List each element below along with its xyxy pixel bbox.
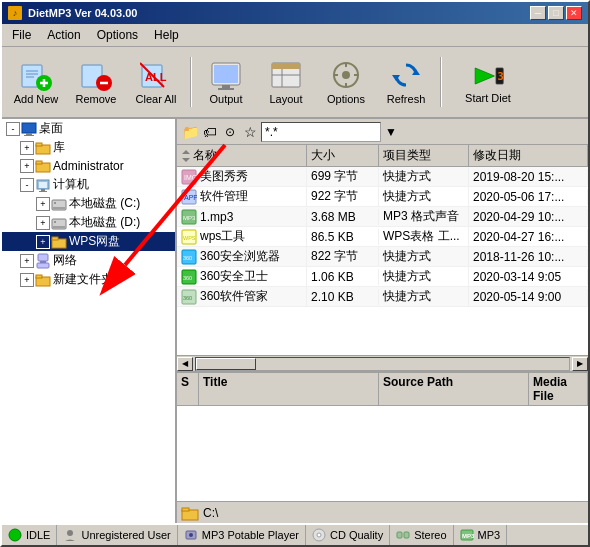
file-row[interactable]: IMG 美图秀秀 699 字节 快捷方式 2019-08-20 15:...	[177, 167, 588, 187]
options-button[interactable]: Options	[318, 53, 374, 111]
hscroll-thumb[interactable]	[196, 358, 256, 370]
administrator-tree-icon	[35, 158, 51, 174]
filter-dropdown-icon[interactable]: ▼	[383, 125, 399, 139]
path-folder-icon	[181, 505, 199, 521]
filter-tag-icon[interactable]: 🏷	[201, 123, 219, 141]
filter-star-icon[interactable]: ☆	[241, 123, 259, 141]
file-list-hscrollbar[interactable]: ◀ ▶	[177, 355, 588, 371]
hscroll-right-arrow[interactable]: ▶	[572, 357, 588, 371]
tree-item-library[interactable]: + 库	[2, 138, 175, 157]
col-header-date[interactable]: 修改日期	[469, 145, 588, 166]
tree-label-desktop: 桌面	[39, 120, 63, 137]
filter-folder-icon[interactable]: 📁	[181, 123, 199, 141]
filter-input[interactable]	[261, 122, 381, 142]
tree-expand-new-folder[interactable]: +	[20, 273, 34, 287]
window-title: DietMP3 Ver 04.03.00	[28, 7, 137, 19]
col-header-type[interactable]: 项目类型	[379, 145, 469, 166]
options-icon	[330, 59, 362, 91]
file-row[interactable]: APP 软件管理 922 字节 快捷方式 2020-05-06 17:...	[177, 187, 588, 207]
right-panel: 📁 🏷 ⊙ ☆ ▼ 名称 大小 项目	[177, 119, 588, 523]
file-row[interactable]: WPS wps工具 86.5 KB WPS表格 工... 2020-04-27 …	[177, 227, 588, 247]
add-new-label: Add New	[14, 93, 59, 105]
status-idle: IDLE	[2, 525, 57, 545]
tree-item-wps[interactable]: + WPS网盘	[2, 232, 175, 251]
start-diet-label: Start Diet	[465, 92, 511, 104]
svg-text:APP: APP	[184, 194, 197, 201]
add-new-button[interactable]: Add New	[8, 53, 64, 111]
svg-text:360: 360	[183, 275, 192, 281]
tree-expand-administrator[interactable]: +	[20, 159, 34, 173]
tree-label-library: 库	[53, 139, 65, 156]
clear-all-button[interactable]: ALL Clear All	[128, 53, 184, 111]
menu-file[interactable]: File	[6, 26, 37, 44]
file-row[interactable]: 360 360安全浏览器 822 字节 快捷方式 2018-11-26 10:.…	[177, 247, 588, 267]
hscroll-left-arrow[interactable]: ◀	[177, 357, 193, 371]
file-icon-row2: APP	[181, 189, 197, 205]
hscroll-track[interactable]	[195, 357, 570, 371]
new-folder-icon	[35, 272, 51, 288]
tree-expand-desktop[interactable]: -	[6, 122, 20, 136]
maximize-button[interactable]: □	[548, 6, 564, 20]
playlist-empty-area	[177, 406, 588, 501]
svg-point-81	[317, 533, 321, 537]
drive-c-icon	[51, 196, 67, 212]
status-stereo: Stereo	[390, 525, 453, 545]
tree-expand-drive-c[interactable]: +	[36, 197, 50, 211]
remove-button[interactable]: Remove	[68, 53, 124, 111]
add-new-icon	[20, 59, 52, 91]
tree-item-drive-d[interactable]: + 本地磁盘 (D:)	[2, 213, 175, 232]
menu-action[interactable]: Action	[41, 26, 86, 44]
path-text: C:\	[203, 506, 218, 520]
status-player-label: MP3 Potable Player	[202, 529, 299, 541]
layout-label: Layout	[269, 93, 302, 105]
minimize-button[interactable]: ─	[530, 6, 546, 20]
menu-help[interactable]: Help	[148, 26, 185, 44]
remove-label: Remove	[76, 93, 117, 105]
playlist-col-s[interactable]: S	[177, 373, 199, 405]
file-row[interactable]: 360 360软件管家 2.10 KB 快捷方式 2020-05-14 9:00	[177, 287, 588, 307]
svg-rect-34	[22, 123, 36, 133]
start-diet-button[interactable]: 35 Start Diet	[448, 53, 528, 111]
file-row[interactable]: MP3 1.mp3 3.68 MB MP3 格式声音 2020-04-29 10…	[177, 207, 588, 227]
svg-text:360: 360	[183, 295, 192, 301]
svg-rect-53	[38, 254, 48, 261]
toolbar-separator-2	[440, 57, 442, 107]
tree-item-drive-c[interactable]: + 本地磁盘 (C:)	[2, 194, 175, 213]
output-button[interactable]: Output	[198, 53, 254, 111]
col-header-name[interactable]: 名称	[177, 145, 307, 166]
tree-expand-computer[interactable]: -	[20, 178, 34, 192]
refresh-button[interactable]: Refresh	[378, 53, 434, 111]
tree-expand-drive-d[interactable]: +	[36, 216, 50, 230]
toolbar-separator-1	[190, 57, 192, 107]
tree-item-network[interactable]: + 网络	[2, 251, 175, 270]
network-icon	[35, 253, 51, 269]
svg-point-76	[9, 529, 21, 541]
col-header-size[interactable]: 大小	[307, 145, 379, 166]
tree-label-computer: 计算机	[53, 176, 89, 193]
close-button[interactable]: ✕	[566, 6, 582, 20]
tree-item-new-folder[interactable]: + 新建文件夹	[2, 270, 175, 289]
playlist-col-title[interactable]: Title	[199, 373, 379, 405]
svg-text:MP3: MP3	[183, 215, 196, 221]
menu-options[interactable]: Options	[91, 26, 144, 44]
svg-rect-42	[39, 182, 47, 188]
layout-button[interactable]: Layout	[258, 53, 314, 111]
file-row[interactable]: 360 360安全卫士 1.06 KB 快捷方式 2020-03-14 9:05	[177, 267, 588, 287]
tree-expand-library[interactable]: +	[20, 141, 34, 155]
playlist-col-source[interactable]: Source Path	[379, 373, 529, 405]
tree-expand-wps[interactable]: +	[36, 235, 50, 249]
tree-label-drive-d: 本地磁盘 (D:)	[69, 214, 140, 231]
title-bar: ♪ DietMP3 Ver 04.03.00 ─ □ ✕	[2, 2, 588, 24]
svg-text:35: 35	[498, 70, 504, 82]
svg-point-47	[54, 202, 56, 204]
tree-panel: - 桌面 + 库	[2, 119, 177, 523]
filter-circle-icon[interactable]: ⊙	[221, 123, 239, 141]
playlist-col-media[interactable]: Media File	[529, 373, 588, 405]
svg-marker-58	[182, 150, 190, 154]
svg-rect-46	[53, 207, 65, 209]
mp3-status-icon: MP3	[460, 528, 474, 542]
tree-item-administrator[interactable]: + Administrator	[2, 157, 175, 175]
tree-item-computer[interactable]: - 计算机	[2, 175, 175, 194]
tree-expand-network[interactable]: +	[20, 254, 34, 268]
tree-item-desktop[interactable]: - 桌面	[2, 119, 175, 138]
